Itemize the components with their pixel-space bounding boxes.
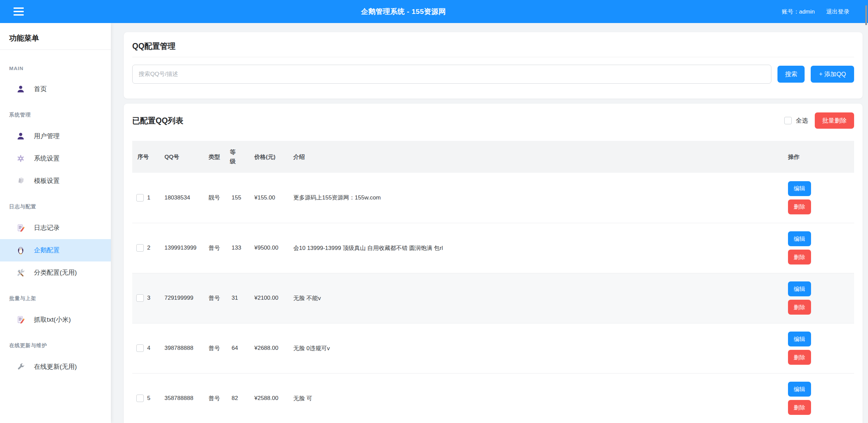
cell-level: 31 [226, 273, 249, 323]
sidebar-item[interactable]: 分类配置(无用) [0, 261, 111, 284]
sidebar: 功能菜单 MAIN 首页 系统管理 用户管理 系统设置 模板设置 日志与配置 日… [0, 23, 111, 423]
select-all-label: 全选 [796, 117, 808, 125]
sidebar-section-label: 批量与上架 [0, 284, 111, 309]
cell-qq: 358788888 [159, 373, 203, 423]
sidebar-item[interactable]: 首页 [0, 78, 111, 100]
memo-icon [16, 315, 25, 324]
cell-type: 普号 [203, 223, 226, 273]
sidebar-item-label: 模板设置 [34, 176, 60, 185]
table-header-row: 序号 QQ号 类型 等级 价格(元) 介绍 操作 [132, 141, 854, 173]
sidebar-item[interactable]: 抓取txt(小米) [0, 309, 111, 331]
cell-index: 1 [147, 194, 150, 201]
sidebar-title: 功能菜单 [0, 23, 111, 49]
edit-button[interactable]: 编辑 [788, 382, 811, 397]
qq-list-card: 已配置QQ列表 全选 批量删除 序号 QQ号 类型 [124, 104, 863, 423]
sidebar-item-label: 分类配置(无用) [34, 268, 77, 277]
sidebar-section-label: 日志与配置 [0, 192, 111, 217]
divider [132, 57, 854, 57]
cell-price: ¥2588.00 [249, 373, 288, 423]
col-header-price: 价格(元) [249, 141, 288, 173]
row-checkbox[interactable] [136, 294, 144, 302]
cell-index: 5 [147, 395, 150, 402]
cell-index: 2 [147, 245, 150, 251]
col-header-desc: 介绍 [288, 141, 783, 173]
cell-index: 4 [147, 345, 150, 352]
col-header-qq: QQ号 [159, 141, 203, 173]
cell-level: 155 [226, 173, 249, 223]
cell-qq: 729199999 [159, 273, 203, 323]
user-icon [16, 132, 25, 141]
qq-table: 序号 QQ号 类型 等级 价格(元) 介绍 操作 1 18038534 [132, 141, 854, 423]
search-button[interactable]: 搜索 [777, 66, 805, 83]
row-checkbox[interactable] [136, 244, 144, 252]
sidebar-item[interactable]: 在线更新(无用) [0, 356, 111, 378]
col-header-type: 类型 [203, 141, 226, 173]
edit-button[interactable]: 编辑 [788, 332, 811, 346]
edit-button[interactable]: 编辑 [788, 181, 811, 196]
logout-link[interactable]: 退出登录 [826, 8, 849, 16]
select-all-checkbox[interactable] [784, 117, 792, 124]
table-row: 5 358788888 普号 82 ¥2588.00 无脸 可 编辑 删除 [132, 373, 854, 423]
sidebar-section-label: MAIN [0, 54, 111, 78]
template-icon [16, 176, 25, 185]
sidebar-item[interactable]: 系统设置 [0, 147, 111, 170]
scrollbar-thumb[interactable] [865, 5, 867, 25]
qq-list-title: 已配置QQ列表 [132, 115, 183, 126]
row-checkbox[interactable] [136, 395, 144, 402]
sidebar-item-label: 抓取txt(小米) [34, 315, 71, 324]
edit-button[interactable]: 编辑 [788, 281, 811, 296]
cell-level: 133 [226, 223, 249, 273]
cell-level: 82 [226, 373, 249, 423]
cell-level: 64 [226, 323, 249, 373]
cell-price: ¥2688.00 [249, 323, 288, 373]
table-row: 1 18038534 靓号 155 ¥155.00 更多源码上155资源网：15… [132, 173, 854, 223]
tools-icon [16, 268, 25, 277]
cell-type: 靓号 [203, 173, 226, 223]
delete-button[interactable]: 删除 [788, 199, 811, 214]
edit-button[interactable]: 编辑 [788, 231, 811, 246]
sidebar-item-label: 企鹅配置 [34, 246, 60, 255]
delete-button[interactable]: 删除 [788, 300, 811, 315]
cell-qq: 18038534 [159, 173, 203, 223]
menu-toggle-icon[interactable] [14, 7, 25, 16]
row-checkbox[interactable] [136, 194, 144, 202]
delete-button[interactable]: 删除 [788, 250, 811, 265]
add-qq-button[interactable]: + 添加QQ [811, 66, 854, 83]
cell-price: ¥2100.00 [249, 273, 288, 323]
sidebar-item[interactable]: 模板设置 [0, 170, 111, 192]
cell-qq: 398788888 [159, 323, 203, 373]
topbar: 企鹅管理系统 - 155资源网 账号：admin 退出登录 [0, 0, 868, 23]
sidebar-item-label: 用户管理 [34, 132, 60, 141]
col-header-actions: 操作 [783, 141, 854, 173]
sidebar-item-label: 系统设置 [34, 154, 60, 163]
cell-type: 普号 [203, 273, 226, 323]
cell-desc: 无脸 不能v [288, 273, 783, 323]
cell-desc: 无脸 0违规可v [288, 323, 783, 373]
table-row: 3 729199999 普号 31 ¥2100.00 无脸 不能v 编辑 删除 [132, 273, 854, 323]
account-label: 账号：admin [782, 8, 815, 16]
wrench-icon [16, 362, 25, 371]
table-row: 2 1399913999 普号 133 ¥9500.00 会10 13999-1… [132, 223, 854, 273]
table-row: 4 398788888 普号 64 ¥2688.00 无脸 0违规可v 编辑 删… [132, 323, 854, 373]
sidebar-item[interactable]: 用户管理 [0, 125, 111, 147]
sidebar-item[interactable]: 日志记录 [0, 217, 111, 239]
delete-button[interactable]: 删除 [788, 400, 811, 415]
gear-icon [16, 154, 25, 163]
user-icon [16, 85, 25, 93]
delete-button[interactable]: 删除 [788, 350, 811, 365]
sidebar-section-label: 在线更新与维护 [0, 331, 111, 356]
sidebar-section-label: 系统管理 [0, 100, 111, 125]
batch-delete-button[interactable]: 批量删除 [815, 112, 854, 129]
search-input[interactable] [132, 65, 771, 84]
cell-type: 普号 [203, 323, 226, 373]
sidebar-item[interactable]: 企鹅配置 [0, 239, 111, 261]
qq-config-card: QQ配置管理 搜索 + 添加QQ [124, 32, 863, 99]
sidebar-item-label: 在线更新(无用) [34, 362, 77, 371]
col-header-index: 序号 [132, 141, 159, 173]
row-checkbox[interactable] [136, 344, 144, 352]
memo-icon [16, 224, 25, 232]
cell-price: ¥9500.00 [249, 223, 288, 273]
sidebar-item-label: 日志记录 [34, 224, 60, 232]
app-title: 企鹅管理系统 - 155资源网 [25, 7, 782, 16]
cell-qq: 1399913999 [159, 223, 203, 273]
